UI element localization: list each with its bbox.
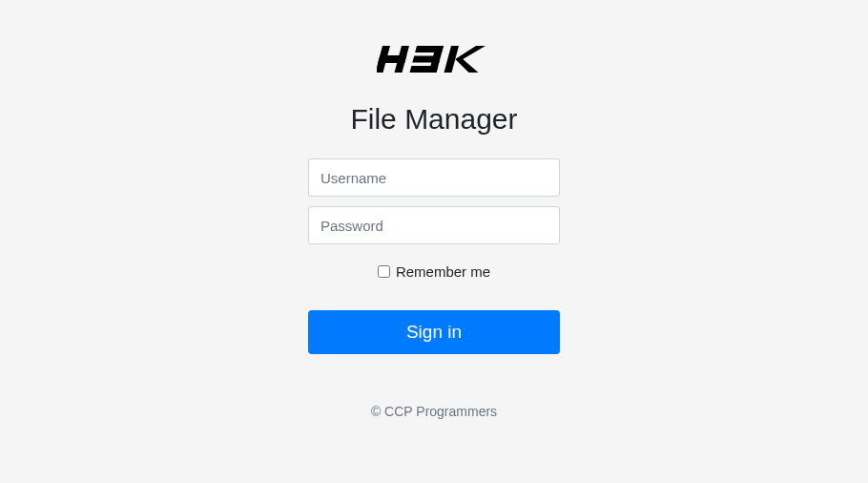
login-form: Remember me Sign in © CCP Programmers (308, 158, 560, 419)
remember-me-wrapper: Remember me (378, 263, 490, 280)
username-input[interactable] (308, 158, 560, 197)
brand-logo (377, 46, 491, 76)
password-input[interactable] (308, 206, 560, 244)
svg-rect-7 (428, 61, 439, 73)
remember-me-label: Remember me (396, 263, 490, 280)
signin-button[interactable]: Sign in (308, 310, 560, 354)
remember-me-checkbox[interactable] (378, 265, 390, 278)
footer-text: © CCP Programmers (371, 404, 497, 419)
page-title: File Manager (350, 103, 517, 136)
